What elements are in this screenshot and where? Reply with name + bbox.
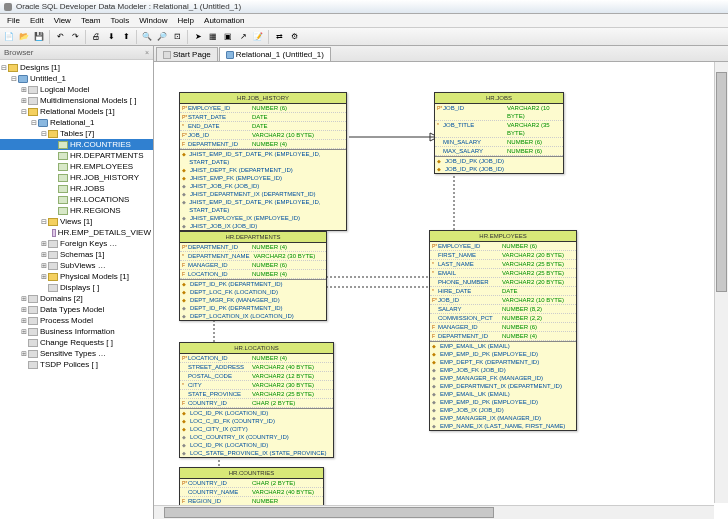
browser-tree[interactable]: ⊟Designs [1] ⊟Untitled_1 ⊞Logical Model … [0, 60, 153, 519]
tree-relational[interactable]: Relational Models [1] [40, 106, 115, 117]
entity-columns: P*EMPLOYEE_IDNUMBER (6)P*START_DATEDATE*… [180, 104, 346, 149]
entity-keys: ◆EMP_EMAIL_UK (EMAIL)◆EMP_EMP_ID_PK (EMP… [430, 341, 576, 430]
diagram-canvas[interactable]: HR.JOB_HISTORY P*EMPLOYEE_IDNUMBER (6)P*… [154, 62, 728, 519]
export-icon[interactable]: ⬆ [119, 30, 133, 44]
tree-views[interactable]: Views [1] [60, 216, 92, 227]
new-icon[interactable]: 📄 [2, 30, 16, 44]
entity-columns: P*DEPARTMENT_IDNUMBER (4)*DEPARTMENT_NAM… [180, 243, 326, 279]
tree-view-emp[interactable]: HR.EMP_DETAILS_VIEW [58, 227, 151, 238]
menu-file[interactable]: File [2, 16, 25, 25]
entity-locations[interactable]: HR.LOCATIONS P*LOCATION_IDNUMBER (4)STRE… [179, 342, 334, 458]
window-title: Oracle SQL Developer Data Modeler : Rela… [16, 2, 241, 11]
open-icon[interactable]: 📂 [17, 30, 31, 44]
zoom-in-icon[interactable]: 🔍 [140, 30, 154, 44]
entity-columns: P*COUNTRY_IDCHAR (2 BYTE)COUNTRY_NAMEVAR… [180, 479, 323, 506]
toolbar: 📄 📂 💾 ↶ ↷ 🖨 ⬇ ⬆ 🔍 🔎 ⊡ ➤ ▦ ▣ ↗ 📝 ⇄ ⚙ [0, 28, 728, 46]
redo-icon[interactable]: ↷ [68, 30, 82, 44]
tree-root[interactable]: Untitled_1 [30, 73, 66, 84]
generate-icon[interactable]: ⚙ [287, 30, 301, 44]
horizontal-scrollbar[interactable] [154, 505, 714, 519]
menu-bar: File Edit View Team Tools Window Help Au… [0, 14, 728, 28]
menu-automation[interactable]: Automation [199, 16, 249, 25]
entity-header: HR.JOB_HISTORY [180, 93, 346, 104]
entity-header: HR.EMPLOYEES [430, 231, 576, 242]
arrow-icon[interactable]: ➤ [191, 30, 205, 44]
menu-help[interactable]: Help [173, 16, 199, 25]
entity-departments[interactable]: HR.DEPARTMENTS P*DEPARTMENT_IDNUMBER (4)… [179, 231, 327, 321]
tree-multidim[interactable]: Multidimensional Models [ ] [40, 95, 136, 106]
entity-job-history[interactable]: HR.JOB_HISTORY P*EMPLOYEE_IDNUMBER (6)P*… [179, 92, 347, 231]
entity-keys: ◆DEPT_ID_PK (DEPARTMENT_ID)◆DEPT_LOC_FK … [180, 279, 326, 320]
entity-columns: P*LOCATION_IDNUMBER (4)STREET_ADDRESSVAR… [180, 354, 333, 408]
tree-tsdp[interactable]: TSDP Polices [ ] [40, 359, 98, 370]
zoom-out-icon[interactable]: 🔎 [155, 30, 169, 44]
tree-logical[interactable]: Logical Model [40, 84, 89, 95]
tree-table-departments[interactable]: HR.DEPARTMENTS [70, 150, 144, 161]
tree-changereq[interactable]: Change Requests [ ] [40, 337, 113, 348]
tree-tables[interactable]: Tables [7] [60, 128, 94, 139]
tree-physical[interactable]: Physical Models [1] [60, 271, 129, 282]
tree-table-jobhistory[interactable]: HR.JOB_HISTORY [70, 172, 139, 183]
tree-sensitive[interactable]: Sensitive Types … [40, 348, 106, 359]
table-icon[interactable]: ▦ [206, 30, 220, 44]
tree-rel1[interactable]: Relational_1 [50, 117, 94, 128]
entity-keys: ◆JOB_ID_PK (JOB_ID)◆JOB_ID_PK (JOB_ID) [435, 156, 563, 173]
tree-displays[interactable]: Displays [ ] [60, 282, 99, 293]
tree-process[interactable]: Process Model [40, 315, 93, 326]
menu-edit[interactable]: Edit [25, 16, 49, 25]
entity-header: HR.LOCATIONS [180, 343, 333, 354]
compare-icon[interactable]: ⇄ [272, 30, 286, 44]
entity-keys: ◆LOC_ID_PK (LOCATION_ID)◆LOC_C_ID_FK (CO… [180, 408, 333, 457]
tree-schemas[interactable]: Schemas [1] [60, 249, 104, 260]
tree-subviews[interactable]: SubViews … [60, 260, 106, 271]
entity-employees[interactable]: HR.EMPLOYEES P*EMPLOYEE_IDNUMBER (6)FIRS… [429, 230, 577, 431]
entity-columns: P*EMPLOYEE_IDNUMBER (6)FIRST_NAMEVARCHAR… [430, 242, 576, 341]
entity-header: HR.DEPARTMENTS [180, 232, 326, 243]
note-icon[interactable]: 📝 [251, 30, 265, 44]
tree-table-countries[interactable]: HR.COUNTRIES [70, 139, 131, 150]
tree-domains[interactable]: Domains [2] [40, 293, 83, 304]
editor-area: Start Page Relational_1 (Untitled_1) HR.… [154, 46, 728, 519]
title-bar: Oracle SQL Developer Data Modeler : Rela… [0, 0, 728, 14]
tree-business[interactable]: Business Information [40, 326, 115, 337]
undo-icon[interactable]: ↶ [53, 30, 67, 44]
browser-header: Browser × [0, 46, 153, 60]
entity-header: HR.COUNTRIES [180, 468, 323, 479]
vertical-scrollbar[interactable] [714, 62, 728, 503]
entity-header: HR.JOBS [435, 93, 563, 104]
menu-view[interactable]: View [49, 16, 76, 25]
import-icon[interactable]: ⬇ [104, 30, 118, 44]
save-icon[interactable]: 💾 [32, 30, 46, 44]
app-icon [4, 3, 12, 11]
tree-fkeys[interactable]: Foreign Keys … [60, 238, 117, 249]
menu-window[interactable]: Window [134, 16, 172, 25]
tree-datatypes[interactable]: Data Types Model [40, 304, 104, 315]
browser-title: Browser [4, 48, 33, 57]
editor-tabs: Start Page Relational_1 (Untitled_1) [154, 46, 728, 62]
browser-panel: Browser × ⊟Designs [1] ⊟Untitled_1 ⊞Logi… [0, 46, 154, 519]
entity-keys: ◆JHIST_EMP_ID_ST_DATE_PK (EMPLOYEE_ID, S… [180, 149, 346, 230]
tree-designs[interactable]: Designs [1] [20, 62, 60, 73]
tab-relational[interactable]: Relational_1 (Untitled_1) [219, 47, 331, 61]
entity-jobs[interactable]: HR.JOBS P*JOB_IDVARCHAR2 (10 BYTE)*JOB_T… [434, 92, 564, 174]
print-icon[interactable]: 🖨 [89, 30, 103, 44]
tree-table-regions[interactable]: HR.REGIONS [70, 205, 121, 216]
menu-team[interactable]: Team [76, 16, 106, 25]
tree-table-jobs[interactable]: HR.JOBS [70, 183, 105, 194]
view-icon[interactable]: ▣ [221, 30, 235, 44]
panel-close-icon[interactable]: × [145, 49, 149, 56]
entity-columns: P*JOB_IDVARCHAR2 (10 BYTE)*JOB_TITLEVARC… [435, 104, 563, 156]
fit-icon[interactable]: ⊡ [170, 30, 184, 44]
tree-table-locations[interactable]: HR.LOCATIONS [70, 194, 129, 205]
tab-start-page[interactable]: Start Page [156, 47, 218, 61]
fk-icon[interactable]: ↗ [236, 30, 250, 44]
menu-tools[interactable]: Tools [105, 16, 134, 25]
tree-table-employees[interactable]: HR.EMPLOYEES [70, 161, 133, 172]
